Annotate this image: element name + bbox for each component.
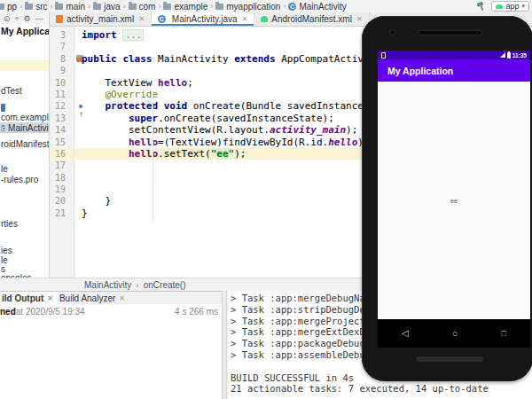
- code-token: hello: [328, 137, 357, 148]
- close-icon[interactable]: ✕: [138, 15, 145, 23]
- tree-row[interactable]: roidManifest.xml: [0, 138, 50, 149]
- breadcrumb-item[interactable]: java: [93, 2, 120, 12]
- code-token: [82, 113, 129, 124]
- breadcrumb-label: pp: [7, 2, 17, 12]
- hide-panel-icon[interactable]: —: [35, 14, 43, 23]
- tool-window-tab[interactable]: ild Output✕: [0, 292, 58, 304]
- code-token: hello: [158, 77, 187, 89]
- bottom-panel-tab-bar: ild Output✕Build Analyzer✕: [0, 291, 222, 304]
- collapse-all-icon[interactable]: ÷: [15, 14, 20, 23]
- close-icon[interactable]: ✕: [242, 15, 248, 23]
- tree-row[interactable]: dTest: [0, 85, 50, 96]
- breadcrumb-separator: ›: [123, 2, 126, 11]
- phone-app-bar: My Application: [378, 59, 530, 82]
- tree-row[interactable]: le: [0, 163, 50, 174]
- line-number: 20: [50, 195, 74, 207]
- line-number: 7: [50, 41, 74, 52]
- tool-window-tab-label: ild Output: [2, 293, 43, 303]
- emulator-phone: 11:35 My Application ee ◁ ○ □: [362, 16, 532, 381]
- tree-row-label: roidManifest.xml: [1, 139, 50, 149]
- editor-tab[interactable]: CMainActivity.java✕: [152, 12, 254, 26]
- breadcrumb-method[interactable]: onCreate(): [144, 280, 186, 290]
- build-hammer-icon[interactable]: [476, 1, 487, 12]
- breadcrumb-item[interactable]: example: [163, 2, 207, 12]
- code-token: ;: [187, 77, 193, 89]
- pane-divider[interactable]: [222, 291, 227, 399]
- code-token: hello: [129, 137, 158, 148]
- line-number: 15: [50, 137, 74, 148]
- folder-icon: [93, 4, 101, 10]
- tool-window-tab-label: Build Analyzer: [59, 293, 115, 303]
- code-token: =(TextView)findViewById(R.id.: [158, 137, 328, 148]
- locate-icon[interactable]: ⊙: [4, 14, 11, 23]
- tree-row[interactable]: com.example.myap: [0, 112, 50, 122]
- nav-back-button[interactable]: ◁: [402, 319, 409, 348]
- close-icon[interactable]: ✕: [356, 15, 363, 23]
- run-config-selector[interactable]: app ▾: [491, 1, 529, 12]
- app-title: My Application: [387, 66, 453, 76]
- breadcrumb-item[interactable]: com: [129, 2, 156, 12]
- breadcrumb-label: src: [35, 2, 47, 12]
- breadcrumb-item[interactable]: src: [25, 2, 47, 12]
- close-icon[interactable]: ✕: [47, 294, 53, 302]
- line-number: 11: [50, 89, 74, 100]
- breadcrumb-item[interactable]: myapplication: [215, 2, 280, 12]
- tree-row-label: -rules.pro: [1, 175, 38, 184]
- console-line: 21 actionable tasks: 7 executed, 14 up-t…: [228, 383, 532, 395]
- project-panel-toolbar: ⊙ ÷ ⚙ —: [0, 12, 49, 24]
- breadcrumb-item[interactable]: main: [55, 2, 85, 12]
- line-number: 12↑: [50, 100, 74, 112]
- tree-row-label: ies: [1, 246, 12, 255]
- code-token: }: [82, 207, 88, 219]
- emulator-screen[interactable]: 11:35 My Application ee ◁ ○ □: [378, 51, 530, 348]
- folder-icon: [0, 4, 4, 10]
- signal-icon: [500, 52, 505, 58]
- breadcrumb-item[interactable]: CMainActivity: [288, 2, 346, 12]
- build-duration: 4 s 266 ms: [175, 307, 218, 317]
- nav-home-button[interactable]: ○: [452, 319, 458, 348]
- tree-row-label: le: [1, 164, 8, 174]
- line-number: 10: [50, 77, 74, 89]
- tool-window-tab[interactable]: Build Analyzer✕: [58, 292, 129, 304]
- build-status-text: ned: [0, 307, 16, 317]
- code-token: super: [129, 113, 158, 124]
- breadcrumb[interactable]: pp›src›main›java›com›example›myapplicati…: [0, 2, 348, 12]
- chevron-down-icon: ▾: [521, 3, 525, 10]
- close-icon[interactable]: ✕: [119, 294, 125, 302]
- line-number: 14: [50, 124, 74, 136]
- gear-icon[interactable]: ⚙: [24, 14, 31, 23]
- project-root-label[interactable]: My Application]: [0, 24, 49, 36]
- status-clock: 11:35: [512, 52, 527, 59]
- editor-tab[interactable]: AndroidManifest.xml✕: [254, 12, 369, 26]
- code-token: [158, 100, 164, 112]
- tree-row[interactable]: rties: [0, 218, 50, 229]
- code-token: activity_main: [270, 124, 346, 136]
- build-output-tree-pane[interactable]: ned at 2020/9/5 19:34 4 s 266 ms: [0, 304, 222, 399]
- breadcrumb-item[interactable]: pp: [0, 2, 17, 12]
- folder-icon-fragment: [1, 104, 5, 112]
- build-status-time: at 2020/9/5 19:34: [16, 307, 85, 317]
- notification-icon: [381, 52, 386, 59]
- nav-recents-button[interactable]: □: [502, 319, 506, 348]
- tree-row[interactable]: CMainActivity: [0, 122, 50, 133]
- code-token: .onCreate(savedInstanceState);: [158, 113, 334, 124]
- line-number: 16: [50, 148, 74, 160]
- code-token: ...: [122, 29, 144, 41]
- project-panel[interactable]: ⊙ ÷ ⚙ — My Application] dTestcom.example…: [0, 12, 50, 278]
- tree-row[interactable]: -rules.pro: [0, 174, 50, 184]
- code-token: }: [82, 195, 111, 207]
- code-token: [82, 148, 129, 160]
- android-studio-window: pp›src›main›java›com›example›myapplicati…: [0, 0, 532, 399]
- run-controls: app ▾: [476, 1, 529, 12]
- class-icon: C: [1, 124, 4, 131]
- breadcrumb-class[interactable]: MainActivity: [84, 280, 131, 290]
- tree-row[interactable]: [0, 60, 50, 71]
- tree-row-label: com.example.myap: [1, 113, 50, 122]
- class-icon: C: [288, 3, 296, 11]
- folder-icon: [129, 4, 137, 10]
- editor-tab-label: MainActivity.java: [172, 14, 238, 24]
- code-token: MainActivity: [153, 53, 235, 65]
- indent-guide: [153, 91, 153, 223]
- phone-status-bar: 11:35: [378, 51, 530, 59]
- editor-tab[interactable]: activity_main.xml✕: [50, 12, 152, 26]
